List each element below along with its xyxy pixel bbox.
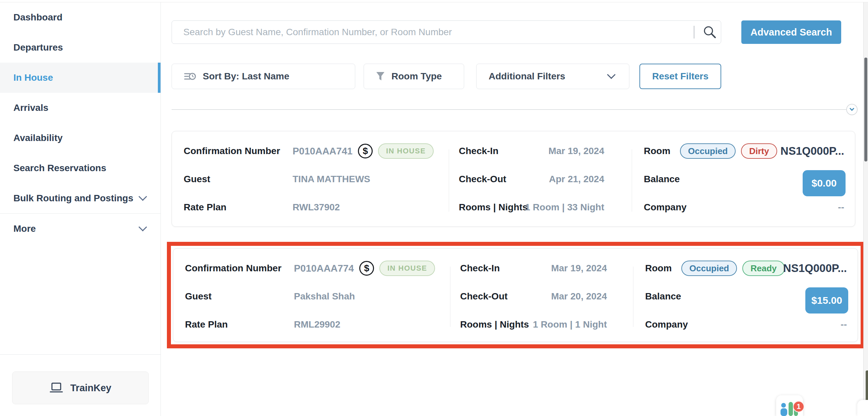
- sidebar-item-label: Departures: [13, 42, 63, 53]
- chevron-down-icon: [138, 223, 147, 231]
- sidebar-item-label: Bulk Routing and Postings: [13, 193, 133, 204]
- sidebar-item-label: Dashboard: [13, 12, 62, 23]
- card-column-divider: [449, 149, 449, 212]
- check-in-label: Check-In: [460, 263, 500, 274]
- sidebar-item-label: Availability: [13, 133, 63, 143]
- notification-badge: 1: [793, 401, 804, 412]
- sidebar-item-search-reservations[interactable]: Search Reservations: [0, 153, 160, 183]
- occupancy-status-badge: Occupied: [681, 261, 737, 276]
- check-in-value: Mar 19, 2024: [551, 263, 607, 274]
- chevron-down-icon: [138, 192, 147, 201]
- balance-label: Balance: [645, 291, 681, 302]
- payment-dollar-icon[interactable]: $: [358, 144, 373, 158]
- sidebar-item-departures[interactable]: Departures: [0, 32, 160, 63]
- sidebar-item-in-house[interactable]: In House: [0, 63, 160, 93]
- sidebar-item-label: Arrivals: [13, 102, 48, 113]
- confirmation-number-label: Confirmation Number: [185, 263, 281, 274]
- check-in-label: Check-In: [459, 146, 498, 156]
- sort-recent-icon: [184, 72, 196, 81]
- housekeeping-status-badge: Ready: [742, 261, 784, 276]
- scrollbar-thumb[interactable]: [864, 58, 867, 161]
- guest-label: Guest: [185, 291, 212, 302]
- sidebar-item-availability[interactable]: Availability: [0, 123, 160, 153]
- guest-label: Guest: [184, 174, 210, 185]
- rooms-nights-value: 1 Room | 1 Night: [533, 319, 607, 330]
- confirmation-number-value: P010AAA774: [294, 263, 354, 274]
- sidebar-item-more[interactable]: More: [0, 214, 160, 244]
- rooms-nights-value: 1 Room | 33 Night: [525, 202, 604, 213]
- card-column-divider: [632, 149, 632, 212]
- rate-plan-value: RML29902: [294, 319, 341, 330]
- card-column-divider: [450, 267, 451, 327]
- rate-plan-label: Rate Plan: [185, 319, 228, 330]
- payment-dollar-icon[interactable]: $: [359, 261, 374, 276]
- room-label: Room: [644, 146, 670, 156]
- card-column-divider: [633, 267, 633, 327]
- company-value: --: [838, 202, 844, 213]
- search-input[interactable]: [172, 21, 721, 44]
- sort-by-label: Sort By: Last Name: [203, 71, 289, 82]
- company-value: --: [840, 319, 847, 330]
- reservation-card[interactable]: Confirmation Number P010AAA741 $ IN HOUS…: [172, 131, 855, 227]
- filter-funnel-icon: [376, 72, 385, 81]
- additional-filters-dropdown[interactable]: Additional Filters: [476, 64, 629, 89]
- trainkey-button[interactable]: TrainKey: [12, 372, 149, 404]
- search-separator: [694, 26, 694, 38]
- advanced-search-button[interactable]: Advanced Search: [741, 21, 841, 44]
- sidebar: Dashboard Departures In House Arrivals A…: [0, 2, 161, 416]
- rate-plan-label: Rate Plan: [184, 202, 226, 213]
- sidebar-item-dashboard[interactable]: Dashboard: [0, 2, 160, 32]
- balance-button[interactable]: $0.00: [803, 170, 845, 196]
- reset-filters-button[interactable]: Reset Filters: [640, 64, 721, 89]
- company-label: Company: [644, 202, 687, 213]
- chevron-down-icon: [849, 106, 854, 111]
- chevron-down-icon: [607, 70, 615, 79]
- rooms-nights-label: Rooms | Nights: [460, 319, 529, 330]
- room-number-value: NS1Q000P...: [780, 145, 844, 157]
- room-number-value: NS1Q000P...: [783, 262, 847, 275]
- reset-filters-label: Reset Filters: [652, 71, 709, 82]
- guest-value: TINA MATTHEWS: [292, 174, 370, 185]
- confirmation-number-value: P010AAA741: [292, 146, 352, 157]
- guest-value: Pakshal Shah: [294, 291, 355, 302]
- right-edge-card: [857, 400, 868, 416]
- additional-filters-label: Additional Filters: [489, 71, 565, 82]
- check-out-label: Check-Out: [459, 174, 506, 185]
- room-type-button[interactable]: Room Type: [364, 64, 464, 89]
- sidebar-footer: TrainKey: [0, 354, 160, 416]
- rate-plan-value: RWL37902: [292, 202, 340, 213]
- room-type-label: Room Type: [392, 71, 442, 82]
- search-icon[interactable]: [703, 25, 717, 39]
- in-house-status-badge: IN HOUSE: [379, 261, 435, 276]
- company-label: Company: [645, 319, 688, 330]
- in-house-page: Dashboard Departures In House Arrivals A…: [0, 0, 868, 416]
- results-divider: [172, 109, 846, 110]
- in-house-status-badge: IN HOUSE: [378, 143, 434, 159]
- check-in-value: Mar 19, 2024: [548, 146, 604, 156]
- sidebar-item-label: Search Reservations: [13, 163, 106, 173]
- check-out-value: Apr 21, 2024: [549, 174, 604, 185]
- sidebar-item-arrivals[interactable]: Arrivals: [0, 93, 160, 123]
- confirmation-number-label: Confirmation Number: [184, 146, 280, 156]
- sort-by-button[interactable]: Sort By: Last Name: [172, 64, 355, 89]
- sidebar-item-bulk-routing[interactable]: Bulk Routing and Postings: [0, 183, 160, 213]
- sidebar-item-label: In House: [13, 72, 53, 83]
- check-out-label: Check-Out: [460, 291, 508, 302]
- trainkey-label: TrainKey: [70, 383, 112, 393]
- housekeeping-status-badge: Dirty: [741, 143, 777, 159]
- occupancy-status-badge: Occupied: [680, 143, 736, 159]
- balance-button[interactable]: $15.00: [805, 287, 848, 314]
- rooms-nights-label: Rooms | Nights: [459, 202, 527, 213]
- reservation-card[interactable]: Confirmation Number P010AAA774 $ IN HOUS…: [173, 248, 858, 342]
- collapse-toggle[interactable]: [846, 104, 858, 115]
- check-out-value: Mar 20, 2024: [551, 291, 607, 302]
- room-label: Room: [645, 263, 672, 274]
- laptop-icon: [50, 382, 63, 393]
- balance-label: Balance: [644, 174, 680, 185]
- sidebar-item-label: More: [13, 223, 36, 234]
